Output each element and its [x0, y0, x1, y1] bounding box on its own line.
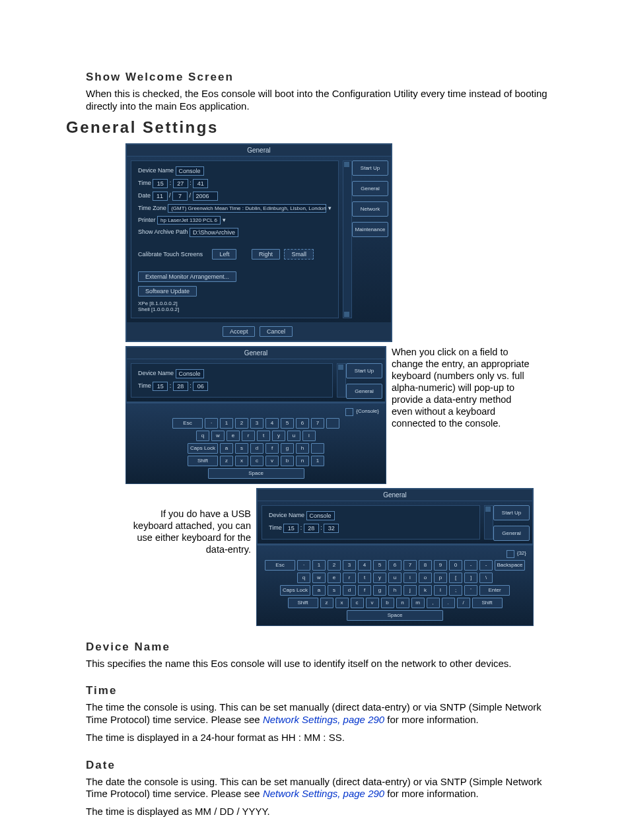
software-update-button[interactable]: Software Update — [138, 286, 197, 297]
key-w[interactable]: w — [211, 431, 225, 441]
key-v[interactable]: v — [366, 598, 379, 608]
key-n[interactable]: n — [396, 598, 409, 608]
key-d[interactable]: d — [250, 443, 263, 454]
panel-scrollbar-2[interactable] — [337, 363, 346, 398]
key-'[interactable]: ' — [464, 585, 477, 596]
key-s[interactable]: s — [328, 585, 341, 596]
key-·[interactable]: · — [297, 560, 310, 571]
key-e[interactable]: e — [227, 431, 240, 441]
panel-scrollbar[interactable] — [343, 160, 352, 318]
key-,[interactable]: , — [427, 598, 440, 608]
key-y[interactable]: y — [272, 431, 285, 441]
time-hh-input-2[interactable]: 15 — [153, 382, 168, 391]
key-y[interactable]: y — [373, 573, 386, 583]
key-a[interactable]: a — [220, 443, 233, 454]
key-2[interactable]: 2 — [235, 418, 248, 429]
key-char[interactable]: · — [205, 418, 218, 429]
key-\[interactable]: \ — [479, 573, 493, 583]
time-hh-input[interactable]: 15 — [153, 179, 168, 188]
key-d[interactable]: d — [343, 585, 356, 596]
tab-general-2[interactable]: General — [346, 384, 382, 399]
key-][interactable]: ] — [464, 573, 477, 583]
tab-maintenance[interactable]: Maintenance — [352, 222, 388, 237]
key-Shift[interactable]: Shift — [472, 598, 503, 608]
device-name-input[interactable]: Console — [176, 166, 204, 176]
key-3[interactable]: 3 — [250, 418, 263, 429]
device-name-input-3[interactable]: Console — [306, 511, 335, 520]
key-Shift[interactable]: Shift — [288, 598, 318, 608]
key-g[interactable]: g — [281, 443, 294, 454]
key-z[interactable]: z — [320, 598, 333, 608]
key-f[interactable]: f — [358, 585, 371, 596]
timezone-select[interactable]: (GMT) Greenwich Mean Time : Dublin, Edin… — [168, 204, 326, 213]
key-1[interactable]: 1 — [312, 560, 326, 571]
key-f[interactable]: f — [265, 443, 279, 454]
key-h[interactable]: h — [388, 585, 402, 596]
key-h[interactable]: h — [296, 443, 309, 454]
key-capslock[interactable]: Caps Lock — [188, 443, 218, 454]
external-monitor-button[interactable]: External Monitor Arrangement... — [138, 271, 236, 282]
key-shift[interactable]: Shift — [188, 456, 218, 466]
key-/[interactable]: / — [457, 598, 470, 608]
time-hh-input-3[interactable]: 15 — [283, 524, 298, 533]
key-r[interactable]: r — [343, 573, 356, 583]
key-partial[interactable] — [326, 418, 339, 429]
key-6[interactable]: 6 — [388, 560, 402, 571]
key-partial-3[interactable] — [311, 443, 324, 454]
key-Enter[interactable]: Enter — [479, 585, 510, 596]
key-b[interactable]: b — [281, 456, 294, 466]
key-3[interactable]: 3 — [343, 560, 356, 571]
time-mm-input-2[interactable]: 28 — [173, 382, 188, 391]
key-7[interactable]: 7 — [403, 560, 417, 571]
accept-button[interactable]: Accept — [223, 326, 256, 337]
date-mm-input[interactable]: 11 — [153, 192, 168, 201]
date-dd-input[interactable]: 7 — [172, 192, 188, 201]
calibrate-left-button[interactable]: Left — [212, 249, 236, 260]
key-b[interactable]: b — [381, 598, 394, 608]
key-j[interactable]: j — [403, 585, 417, 596]
key-5[interactable]: 5 — [281, 418, 294, 429]
key-s[interactable]: s — [235, 443, 248, 454]
key-v[interactable]: v — [265, 456, 279, 466]
key-space[interactable]: Space — [208, 468, 304, 479]
key-z[interactable]: z — [220, 456, 233, 466]
time-ss-input-2[interactable]: 06 — [193, 382, 208, 391]
date-yyyy-input[interactable]: 2006 — [193, 192, 218, 201]
cancel-button[interactable]: Cancel — [260, 326, 293, 337]
time-mm-input-3[interactable]: 28 — [304, 524, 319, 533]
key-2[interactable]: 2 — [328, 560, 341, 571]
key-9[interactable]: 9 — [434, 560, 447, 571]
key-m[interactable]: m — [411, 598, 425, 608]
panel-scrollbar-3[interactable] — [484, 505, 493, 540]
key-i[interactable]: i — [403, 573, 417, 583]
key-i[interactable]: i — [302, 431, 316, 441]
printer-select[interactable]: hp LaserJet 1320 PCL 6 — [157, 216, 221, 225]
key-q[interactable]: q — [297, 573, 310, 583]
key-8[interactable]: 8 — [419, 560, 432, 571]
key-Caps Lock[interactable]: Caps Lock — [280, 585, 310, 596]
key-partial-4[interactable]: 1 — [311, 456, 324, 466]
key-u[interactable]: u — [388, 573, 402, 583]
key-w[interactable]: w — [312, 573, 326, 583]
key-esc[interactable]: Esc — [172, 418, 203, 429]
tab-network[interactable]: Network — [352, 201, 388, 217]
tab-startup-2[interactable]: Start Up — [346, 363, 382, 378]
key-0[interactable]: 0 — [449, 560, 462, 571]
key-Esc[interactable]: Esc — [265, 560, 295, 571]
kbd-minimize-icon[interactable] — [345, 408, 353, 416]
key-l[interactable]: l — [434, 585, 447, 596]
key-t[interactable]: t — [257, 431, 270, 441]
tab-general-3[interactable]: General — [493, 526, 530, 541]
key-c[interactable]: c — [250, 456, 263, 466]
key-q[interactable]: q — [196, 431, 209, 441]
time-ss-input-3[interactable]: 32 — [324, 524, 339, 533]
key-a[interactable]: a — [312, 585, 326, 596]
key-r[interactable]: r — [242, 431, 255, 441]
key-p[interactable]: p — [434, 573, 447, 583]
key-Backspace[interactable]: Backspace — [495, 560, 525, 571]
key-4[interactable]: 4 — [358, 560, 371, 571]
key-k[interactable]: k — [419, 585, 432, 596]
key-5[interactable]: 5 — [373, 560, 386, 571]
device-name-input-2[interactable]: Console — [176, 369, 204, 378]
key--[interactable]: - — [479, 560, 493, 571]
